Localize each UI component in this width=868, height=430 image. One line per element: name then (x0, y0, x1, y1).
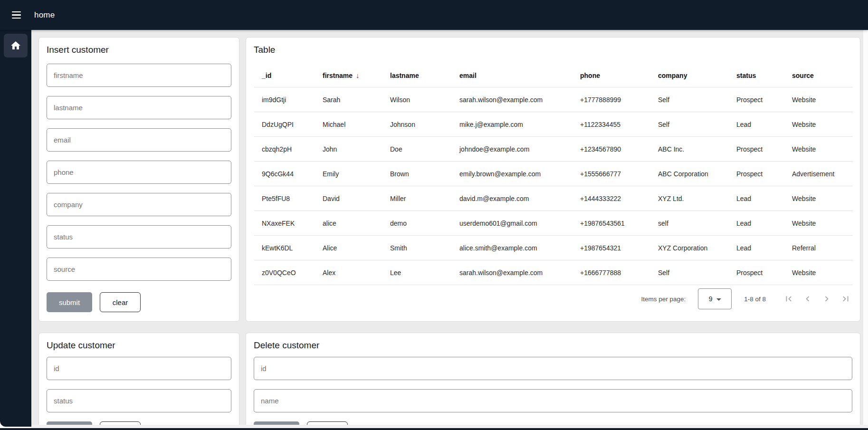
cell-status: Prospect (729, 269, 784, 277)
delete-card-title: Delete customer (254, 340, 852, 351)
first-page-icon (783, 294, 794, 304)
cell-firstname: John (315, 145, 382, 153)
column-header-source[interactable]: source (784, 72, 853, 79)
cell-phone: +1777888999 (572, 96, 650, 104)
cell-email: alice.smith@example.com (452, 244, 572, 252)
column-header-company[interactable]: company (650, 72, 729, 79)
insert-submit-button[interactable]: submit (47, 292, 92, 312)
column-header-id[interactable]: _id (254, 72, 315, 79)
cell-firstname: Sarah (315, 96, 382, 104)
column-header-email[interactable]: email (452, 72, 572, 79)
update-id-input[interactable] (47, 357, 231, 380)
cell-firstname: Alice (315, 244, 382, 252)
table-body: im9dGtjiSarahWilsonsarah.wilson@example.… (254, 87, 853, 285)
table-row: kEwtK6DLAliceSmithalice.smith@example.co… (254, 236, 853, 260)
cell-id: im9dGtji (254, 96, 315, 104)
cell-lastname: Lee (382, 269, 452, 277)
cell-id: NXaxeFEK (254, 220, 315, 227)
cell-source: Advertisement (784, 170, 853, 178)
table-row: im9dGtjiSarahWilsonsarah.wilson@example.… (254, 87, 853, 112)
cell-email: emily.brown@example.com (452, 170, 572, 178)
app-window: home Insert customer submit clear Table … (0, 0, 868, 430)
table-row: NXaxeFEKalicedemouserdemo601@gmail.com+1… (254, 211, 853, 236)
cell-phone: +1555666777 (572, 170, 650, 178)
cell-source: Website (784, 195, 853, 202)
insert-phone-input[interactable] (47, 161, 231, 184)
insert-lastname-input[interactable] (47, 96, 231, 119)
column-header-status[interactable]: status (729, 72, 784, 79)
cell-phone: +1234567890 (572, 145, 650, 153)
cell-lastname: Doe (382, 145, 452, 153)
cell-firstname: Emily (315, 170, 382, 178)
cell-email: sarah.wilson@example.com (452, 96, 572, 104)
update-status-input[interactable] (47, 389, 231, 412)
insert-button-row: submit clear (47, 292, 231, 312)
table-row: Pte5fFU8DavidMillerdavid.m@example.com+1… (254, 186, 853, 211)
previous-page-button[interactable] (798, 289, 817, 308)
cell-status: Lead (729, 220, 784, 227)
table-card: Table _id firstname ↓ lastname email pho… (246, 37, 860, 322)
home-icon (10, 40, 21, 51)
cell-phone: +1987654321 (572, 244, 650, 252)
insert-card-title: Insert customer (47, 44, 231, 56)
cell-lastname: Brown (382, 170, 452, 178)
cell-email: mike.j@example.com (452, 121, 572, 128)
cell-status: Prospect (729, 96, 784, 104)
vertical-scrollbar[interactable] (863, 32, 868, 430)
column-header-firstname[interactable]: firstname ↓ (315, 71, 382, 79)
insert-customer-card: Insert customer submit clear (38, 37, 239, 322)
next-page-button[interactable] (817, 289, 836, 308)
delete-name-input[interactable] (254, 389, 852, 412)
chevron-left-icon (802, 294, 813, 304)
page-size-select[interactable]: 9 (698, 288, 732, 309)
cell-phone: +1666777888 (572, 269, 650, 277)
insert-status-input[interactable] (47, 225, 231, 248)
column-header-lastname[interactable]: lastname (382, 72, 452, 79)
table-card-title: Table (254, 44, 275, 56)
cell-source: Website (784, 96, 853, 104)
cell-lastname: Miller (382, 195, 452, 202)
cell-source: Website (784, 220, 853, 227)
cell-company: self (650, 220, 729, 227)
update-customer-card: Update customer submit clear (38, 333, 239, 430)
delete-id-input[interactable] (254, 357, 852, 380)
cell-email: userdemo601@gmail.com (452, 220, 572, 227)
cell-id: cbzqh2pH (254, 145, 315, 153)
cell-phone: +19876543561 (572, 220, 650, 227)
column-header-phone[interactable]: phone (572, 72, 650, 79)
cell-phone: +1444333222 (572, 195, 650, 202)
cell-lastname: Smith (382, 244, 452, 252)
page-title: home (34, 10, 55, 20)
cell-id: z0V0QCeO (254, 269, 315, 277)
chevron-down-icon (716, 298, 721, 301)
cell-company: ABC Corporation (650, 170, 729, 178)
insert-company-input[interactable] (47, 193, 231, 216)
cell-lastname: demo (382, 220, 452, 227)
cell-status: Lead (729, 244, 784, 252)
insert-source-input[interactable] (47, 258, 231, 281)
insert-firstname-input[interactable] (47, 64, 231, 87)
cell-status: Prospect (729, 145, 784, 153)
cell-company: ABC Inc. (650, 145, 729, 153)
sidebar (0, 30, 31, 427)
table-row: z0V0QCeOAlexLeesarah.wilson@example.com+… (254, 260, 853, 285)
insert-clear-button[interactable]: clear (100, 292, 141, 312)
cell-firstname: David (315, 195, 382, 202)
menu-button[interactable] (7, 6, 26, 25)
cell-firstname: Michael (315, 121, 382, 128)
table-header-row: _id firstname ↓ lastname email phone com… (254, 64, 853, 87)
first-page-button[interactable] (779, 289, 798, 308)
cell-company: Self (650, 96, 729, 104)
insert-email-input[interactable] (47, 128, 231, 152)
last-page-button[interactable] (836, 289, 855, 308)
delete-customer-card: Delete customer submit clear (246, 333, 860, 430)
sidebar-item-home[interactable] (4, 34, 28, 57)
cell-email: johndoe@example.com (452, 145, 572, 153)
cell-id: kEwtK6DL (254, 244, 315, 252)
cell-email: david.m@example.com (452, 195, 572, 202)
sort-desc-arrow-icon: ↓ (356, 71, 360, 79)
table-row: cbzqh2pHJohnDoejohndoe@example.com+12345… (254, 137, 853, 162)
cell-source: Website (784, 121, 853, 128)
cell-lastname: Wilson (382, 96, 452, 104)
cell-id: DdzUgQPI (254, 121, 315, 128)
